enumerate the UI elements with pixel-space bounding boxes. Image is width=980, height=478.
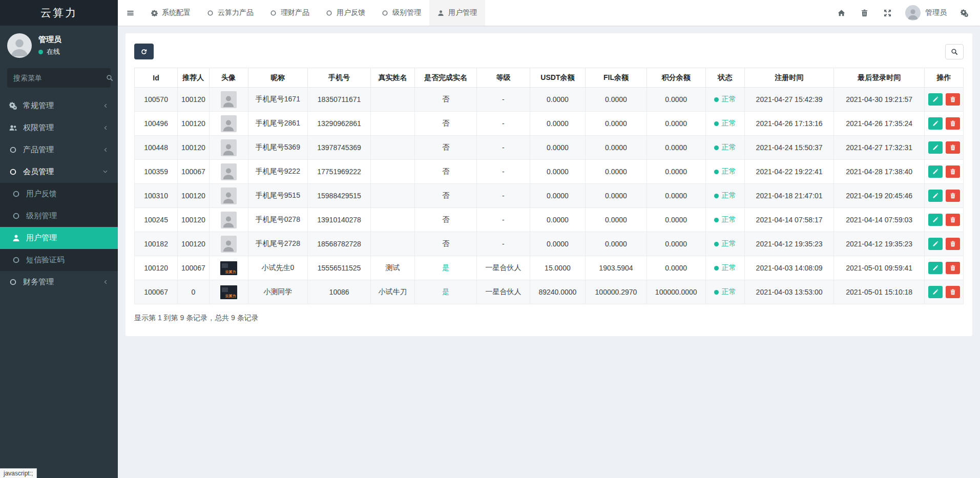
delete-button[interactable] bbox=[946, 214, 960, 226]
delete-button[interactable] bbox=[946, 165, 960, 178]
table-record-summary: 显示第 1 到第 9 条记录，总共 9 条记录 bbox=[134, 314, 964, 323]
avatar-logo-text: 云算力 bbox=[225, 269, 236, 275]
sidebar-item-5[interactable]: 级别管理 bbox=[0, 205, 118, 227]
pencil-icon bbox=[932, 265, 939, 271]
topbar-user-menu[interactable]: 管理员 bbox=[899, 0, 953, 26]
cell-actions bbox=[924, 232, 963, 256]
edit-button[interactable] bbox=[928, 286, 943, 298]
cell-points: 0.0000 bbox=[647, 232, 705, 256]
pencil-icon bbox=[932, 120, 939, 127]
sidebar-item-1[interactable]: 权限管理 bbox=[0, 117, 118, 139]
circle-o-icon bbox=[11, 256, 20, 264]
table-header-row: Id推荐人头像昵称手机号真实姓名是否完成实名等级USDT余额FIL余额积分余额状… bbox=[135, 68, 964, 88]
nav-tab-5[interactable]: 用户管理 bbox=[429, 0, 485, 26]
edit-button[interactable] bbox=[928, 190, 943, 202]
cell-avatar bbox=[209, 232, 248, 256]
pencil-icon bbox=[932, 193, 939, 199]
nav-tab-3[interactable]: 用户反馈 bbox=[318, 0, 373, 26]
cell-last_login: 2021-04-30 19:21:57 bbox=[834, 88, 924, 112]
table-search-button[interactable] bbox=[945, 44, 964, 59]
sidebar-item-6[interactable]: 用户管理 bbox=[0, 227, 118, 249]
cell-nickname: 手机尾号9515 bbox=[248, 184, 307, 208]
delete-button[interactable] bbox=[946, 190, 960, 202]
cell-id: 100359 bbox=[135, 160, 178, 184]
avatar-placeholder-image bbox=[221, 236, 237, 253]
pencil-icon bbox=[932, 169, 939, 175]
trash-icon bbox=[950, 169, 956, 175]
nav-tab-1[interactable]: 云算力产品 bbox=[199, 0, 262, 26]
status-badge: 正常 bbox=[714, 119, 736, 128]
sidebar-item-4[interactable]: 用户反馈 bbox=[0, 183, 118, 205]
delete-button[interactable] bbox=[946, 262, 960, 274]
table-row: 100570100120手机尾号167118350711671否-0.00000… bbox=[135, 88, 964, 112]
gears-icon bbox=[961, 9, 968, 17]
cell-last_login: 2021-05-01 09:59:41 bbox=[834, 256, 924, 280]
edit-button[interactable] bbox=[928, 165, 943, 178]
settings-button[interactable] bbox=[953, 0, 976, 26]
edit-button[interactable] bbox=[928, 141, 943, 154]
cell-level: - bbox=[477, 136, 530, 160]
edit-button[interactable] bbox=[928, 214, 943, 226]
sidebar-toggle-button[interactable] bbox=[118, 0, 143, 26]
fullscreen-button[interactable] bbox=[876, 0, 899, 26]
avatar-placeholder-image bbox=[221, 91, 237, 108]
app-logo[interactable]: 云算力 bbox=[0, 0, 118, 26]
cell-level: - bbox=[477, 88, 530, 112]
cell-nickname: 手机尾号0278 bbox=[248, 208, 307, 232]
edit-button[interactable] bbox=[928, 262, 943, 274]
sidebar-item-7[interactable]: 短信验证码 bbox=[0, 249, 118, 271]
cell-fil: 0.0000 bbox=[586, 232, 647, 256]
sidebar-search-input[interactable] bbox=[13, 74, 106, 82]
cell-status: 正常 bbox=[705, 160, 744, 184]
cell-verified: 否 bbox=[414, 184, 476, 208]
cell-verified: 否 bbox=[414, 208, 476, 232]
edit-button[interactable] bbox=[928, 117, 943, 130]
home-button[interactable] bbox=[830, 0, 853, 26]
column-header: 最后登录时间 bbox=[834, 68, 924, 88]
delete-button[interactable] bbox=[946, 93, 960, 106]
cell-id: 100120 bbox=[135, 256, 178, 280]
avatar-placeholder-image bbox=[221, 212, 237, 228]
user-icon bbox=[222, 239, 235, 253]
sidebar-item-3[interactable]: 会员管理 bbox=[0, 161, 118, 183]
edit-button[interactable] bbox=[928, 93, 943, 106]
column-header: 是否完成实名 bbox=[414, 68, 476, 88]
content-area: Id推荐人头像昵称手机号真实姓名是否完成实名等级USDT余额FIL余额积分余额状… bbox=[118, 26, 980, 478]
trash-button[interactable] bbox=[853, 0, 876, 26]
status-dot-icon bbox=[714, 170, 719, 174]
online-dot-icon bbox=[38, 50, 43, 54]
cell-usdt: 15.0000 bbox=[530, 256, 585, 280]
status-badge: 正常 bbox=[714, 95, 736, 104]
circle-o-icon bbox=[8, 146, 17, 154]
sidebar-item-label: 常规管理 bbox=[23, 101, 54, 111]
chevron-left-icon bbox=[100, 279, 110, 285]
cell-nickname: 小测同学 bbox=[248, 280, 307, 304]
edit-button[interactable] bbox=[928, 238, 943, 250]
sidebar-item-8[interactable]: 财务管理 bbox=[0, 271, 118, 293]
delete-button[interactable] bbox=[946, 141, 960, 154]
nav-tab-0[interactable]: 系统配置 bbox=[143, 0, 199, 26]
avatar-logo-text: 云算力 bbox=[225, 294, 236, 299]
cell-fil: 1903.5904 bbox=[586, 256, 647, 280]
nav-tab-4[interactable]: 级别管理 bbox=[373, 0, 429, 26]
verified-value: 否 bbox=[442, 215, 449, 223]
sidebar-item-0[interactable]: 常规管理 bbox=[0, 95, 118, 117]
verified-value: 否 bbox=[442, 167, 449, 175]
cell-real_name: 小试牛刀 bbox=[371, 280, 415, 304]
cell-status: 正常 bbox=[705, 88, 744, 112]
cell-id: 100245 bbox=[135, 208, 178, 232]
cell-real_name: 测试 bbox=[371, 256, 415, 280]
delete-button[interactable] bbox=[946, 286, 960, 298]
delete-button[interactable] bbox=[946, 117, 960, 130]
cell-usdt: 0.0000 bbox=[530, 160, 585, 184]
nav-tab-2[interactable]: 理财产品 bbox=[262, 0, 318, 26]
table-row: 100182100120手机尾号272818568782728否-0.00000… bbox=[135, 232, 964, 256]
delete-button[interactable] bbox=[946, 238, 960, 250]
cell-last_login: 2021-04-14 07:59:03 bbox=[834, 208, 924, 232]
circle-o-icon bbox=[11, 190, 20, 198]
cell-id: 100182 bbox=[135, 232, 178, 256]
cell-verified: 否 bbox=[414, 232, 476, 256]
sidebar-item-2[interactable]: 产品管理 bbox=[0, 139, 118, 161]
cell-actions bbox=[924, 208, 963, 232]
refresh-button[interactable] bbox=[134, 44, 154, 59]
